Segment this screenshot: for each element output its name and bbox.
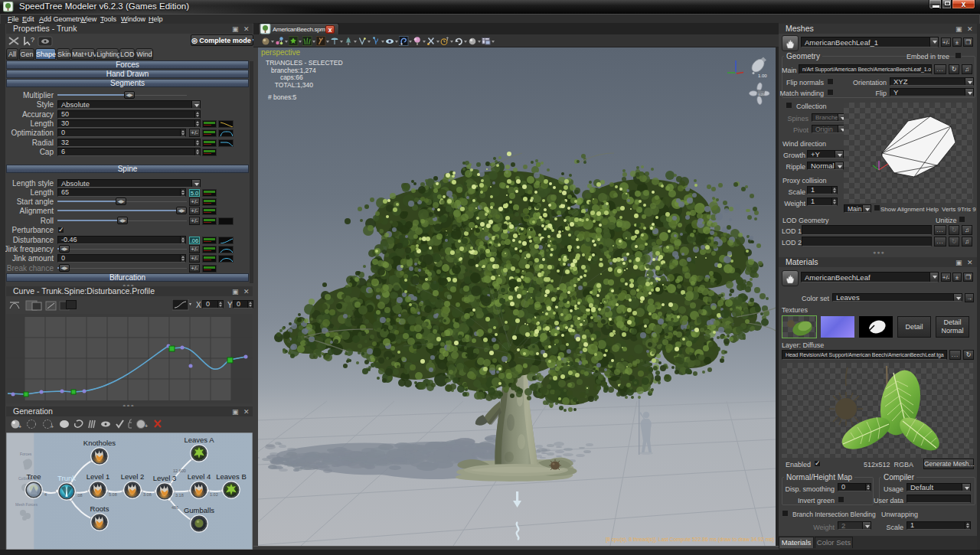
svg-text:5.08: 5.08	[109, 492, 117, 497]
svg-text:12,600: 12,600	[173, 468, 186, 473]
svg-text:1.02: 1.02	[210, 492, 218, 497]
svg-text:3.18: 3.18	[175, 493, 184, 498]
svg-text:Gumballs: Gumballs	[184, 506, 214, 514]
svg-text:Level 3: Level 3	[153, 474, 177, 482]
svg-text:Leaves B: Leaves B	[216, 472, 247, 481]
svg-text:+: +	[145, 423, 148, 429]
svg-text:+: +	[18, 424, 21, 429]
svg-text:Leaves A: Leaves A	[184, 436, 214, 444]
svg-text:Level 2: Level 2	[121, 472, 145, 481]
svg-text:4: 4	[44, 492, 47, 497]
svg-text:?: ?	[31, 36, 34, 44]
svg-text:Mesh Forces: Mesh Forces	[15, 502, 38, 507]
svg-text:+: +	[51, 424, 54, 429]
svg-text:Tree: Tree	[26, 472, 41, 481]
svg-text:486: 486	[172, 505, 178, 510]
svg-text:Forces: Forces	[20, 452, 32, 456]
svg-text:Trunk: Trunk	[57, 474, 76, 482]
svg-text:Level 1: Level 1	[87, 472, 110, 481]
svg-text:1.00: 1.00	[758, 73, 767, 78]
svg-text:Knotholes: Knotholes	[83, 439, 116, 447]
svg-text:Level 4: Level 4	[188, 472, 211, 481]
svg-text:.08: .08	[77, 493, 83, 498]
svg-text:Roots: Roots	[90, 504, 109, 513]
svg-text:3.08: 3.08	[143, 492, 152, 497]
